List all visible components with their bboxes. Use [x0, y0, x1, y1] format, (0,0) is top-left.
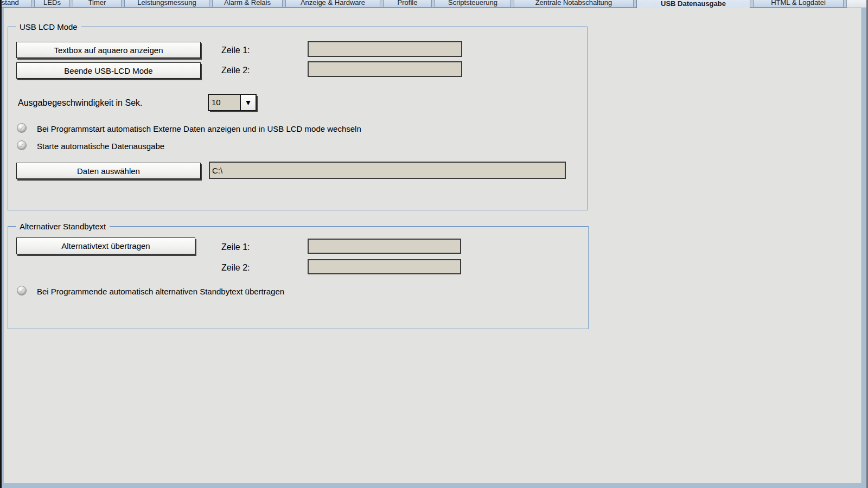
output-speed-label: Ausgabegeschwindigkeit in Sek. — [18, 98, 142, 108]
dropdown-arrow-icon[interactable]: ▼ — [240, 95, 256, 110]
tab-alarm-relais[interactable]: Alarm & Relais — [212, 0, 283, 7]
auto-transfer-checkbox-label: Bei Programmende automatisch alternative… — [37, 287, 284, 296]
tab-html-logdatei[interactable]: HTML & Logdatei — [753, 0, 844, 7]
tab-zentrale-notabschaltung[interactable]: Zentrale Notabschaltung — [514, 0, 634, 7]
tab-leds[interactable]: LEDs — [34, 0, 70, 7]
autostart-checkbox-label: Bei Programmstart automatisch Externe Da… — [37, 124, 361, 133]
transfer-alternative-text-button[interactable]: Alternativtext übertragen — [16, 237, 195, 254]
tab-leistungsmessung[interactable]: Leistungsmessung — [124, 0, 209, 7]
check-icon: ✓ — [19, 124, 24, 131]
tab-scriptsteuerung[interactable]: Scriptsteuerung — [435, 0, 511, 7]
select-data-button[interactable]: Daten auswählen — [16, 163, 201, 179]
tab-timer[interactable]: Timer — [73, 0, 122, 7]
group-alternative-standbytext-title: Alternativer Standbytext — [16, 221, 110, 232]
line1-label: Zeile 1: — [221, 46, 250, 55]
tab-bar: IstzustandLEDsTimerLeistungsmessungAlarm… — [0, 0, 868, 8]
line1-input[interactable] — [308, 41, 462, 57]
tab-istzustand[interactable]: Istzustand — [0, 0, 31, 7]
tab-usb-datenausgabe[interactable]: USB Datenausgabe — [636, 0, 750, 8]
window-corner-box — [846, 0, 868, 8]
check-icon: ✓ — [19, 142, 24, 148]
auto-output-checkbox-label: Starte automatische Datenausgabe — [37, 142, 164, 151]
autostart-checkbox[interactable]: ✓ — [17, 123, 27, 133]
tab-anzeige-hardware[interactable]: Anzeige & Hardware — [285, 0, 380, 7]
group-usb-lcd-mode-title: USB LCD Mode — [16, 22, 81, 32]
aquasuite-window: IstzustandLEDsTimerLeistungsmessungAlarm… — [0, 0, 868, 488]
auto-transfer-checkbox[interactable]: ✓ — [17, 286, 27, 296]
data-path-input[interactable] — [209, 162, 566, 179]
tab-profile[interactable]: Profile — [383, 0, 432, 7]
end-usb-lcd-mode-button[interactable]: Beende USB-LCD Mode — [16, 62, 201, 79]
auto-output-checkbox[interactable]: ✓ — [17, 140, 27, 150]
window-left-edge — [0, 0, 2, 488]
show-textbox-button[interactable]: Textbox auf aquaero anzeigen — [16, 42, 201, 58]
output-speed-value: 10 — [209, 95, 240, 110]
line2-label: Zeile 2: — [221, 66, 250, 75]
output-speed-select[interactable]: 10 ▼ — [208, 94, 257, 111]
line2-input[interactable] — [308, 61, 462, 77]
standby-line1-label: Zeile 1: — [221, 242, 250, 252]
standby-line1-input[interactable] — [308, 239, 461, 254]
tab-page-usb-datenausgabe: USB LCD Mode Textbox auf aquaero anzeige… — [4, 8, 862, 483]
check-icon: ✓ — [19, 287, 24, 293]
standby-line2-input[interactable] — [308, 259, 461, 274]
standby-line2-label: Zeile 2: — [221, 263, 250, 273]
